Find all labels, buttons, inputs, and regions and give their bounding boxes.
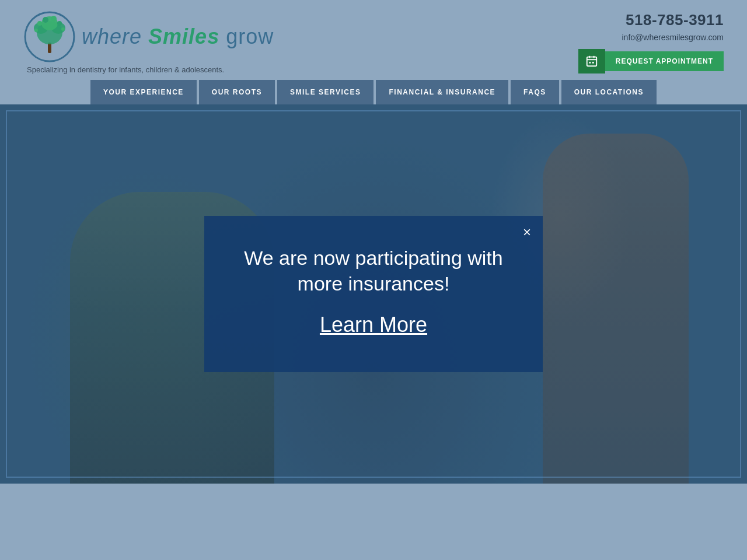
logo-icon — [23, 10, 76, 63]
svg-point-11 — [34, 29, 38, 32]
svg-point-8 — [51, 16, 57, 22]
logo-tagline: Specializing in dentistry for infants, c… — [27, 65, 274, 74]
svg-point-9 — [57, 21, 62, 26]
bottom-area — [0, 484, 747, 530]
logo-row: where Smiles grow — [23, 10, 274, 63]
svg-rect-17 — [592, 62, 594, 64]
svg-point-10 — [61, 27, 65, 31]
request-btn-wrapper: REQUEST APPOINTMENT — [578, 49, 724, 74]
nav-faqs[interactable]: FAQS — [511, 80, 559, 104]
navbar: YOUR EXPERIENCE OUR ROOTS SMILE SERVICES… — [0, 80, 747, 104]
nav-our-locations[interactable]: OUR LOCATIONS — [561, 80, 657, 104]
svg-point-7 — [43, 17, 48, 23]
nav-your-experience[interactable]: YOUR EXPERIENCE — [90, 80, 197, 104]
calendar-icon-box — [578, 49, 605, 74]
calendar-icon — [585, 55, 598, 68]
svg-rect-12 — [587, 57, 597, 66]
request-appointment-button[interactable]: REQUEST APPOINTMENT — [605, 51, 724, 71]
header-right: 518-785-3911 info@wheresmilesgrow.com RE… — [578, 11, 724, 74]
nav-smile-services[interactable]: SMILE SERVICES — [277, 80, 374, 104]
nav-our-roots[interactable]: OUR ROOTS — [199, 80, 275, 104]
hero-section: × We are now participating with more ins… — [0, 104, 747, 484]
svg-rect-16 — [589, 62, 591, 64]
nav-financial-insurance[interactable]: FINANCIAL & INSURANCE — [376, 80, 508, 104]
modal-close-button[interactable]: × — [523, 225, 531, 239]
header: where Smiles grow Specializing in dentis… — [0, 0, 747, 80]
phone-number: 518-785-3911 — [626, 11, 724, 29]
svg-point-6 — [37, 21, 42, 26]
modal-headline: We are now participating with more insur… — [239, 245, 508, 296]
logo-text: where Smiles grow — [82, 24, 274, 49]
logo-area: where Smiles grow Specializing in dentis… — [23, 10, 274, 74]
learn-more-link[interactable]: Learn More — [320, 313, 427, 337]
modal-box: × We are now participating with more ins… — [204, 216, 543, 372]
email-address: info@wheresmilesgrow.com — [622, 33, 724, 42]
